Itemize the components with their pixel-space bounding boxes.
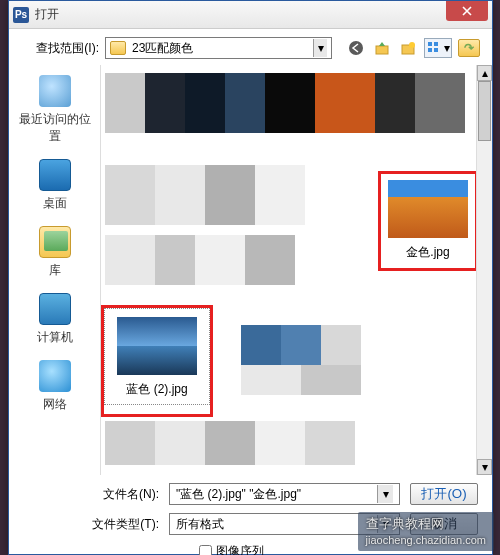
scroll-up-button[interactable]: ▴ — [477, 65, 492, 81]
sidebar-item-library[interactable]: 库 — [9, 220, 100, 287]
library-icon — [39, 226, 71, 258]
window-title: 打开 — [35, 6, 446, 23]
close-button[interactable] — [446, 1, 488, 21]
desktop-icon — [39, 159, 71, 191]
filename-value: "蓝色 (2).jpg" "金色.jpg" — [176, 486, 301, 503]
file-caption: 金色.jpg — [381, 242, 475, 265]
filename-combo[interactable]: "蓝色 (2).jpg" "金色.jpg" ▾ — [169, 483, 400, 505]
sidebar-item-recent[interactable]: 最近访问的位置 — [9, 69, 100, 153]
image-sequence-checkbox[interactable] — [199, 545, 212, 555]
scroll-down-button[interactable]: ▾ — [477, 459, 492, 475]
svg-rect-5 — [434, 42, 438, 46]
lookin-folder: 23匹配颜色 — [132, 40, 313, 57]
jump-button[interactable]: ↷ — [458, 39, 480, 57]
recent-icon — [39, 75, 71, 107]
app-icon: Ps — [13, 7, 29, 23]
open-file-dialog: Ps 打开 查找范围(I): 23匹配颜色 ▾ ▾ ↷ 最近访问的位置 桌面 库… — [8, 0, 493, 555]
lookin-combo[interactable]: 23匹配颜色 ▾ — [105, 37, 332, 59]
lookin-label: 查找范围(I): — [29, 40, 99, 57]
back-button[interactable] — [346, 38, 366, 58]
sidebar-item-network[interactable]: 网络 — [9, 354, 100, 421]
nav-icons: ▾ — [346, 38, 452, 58]
dropdown-arrow[interactable]: ▾ — [313, 39, 327, 57]
sidebar-item-computer[interactable]: 计算机 — [9, 287, 100, 354]
computer-icon — [39, 293, 71, 325]
thumbnail-gold — [388, 180, 468, 238]
thumbnail-blue — [117, 317, 197, 375]
titlebar[interactable]: Ps 打开 — [9, 1, 492, 29]
dialog-body: 最近访问的位置 桌面 库 计算机 网络 — [9, 65, 492, 475]
close-icon — [462, 6, 472, 16]
file-item-gold[interactable]: 金色.jpg — [378, 171, 478, 271]
vertical-scrollbar[interactable]: ▴ ▾ — [476, 65, 492, 475]
sidebar-item-desktop[interactable]: 桌面 — [9, 153, 100, 220]
network-icon — [39, 360, 71, 392]
file-caption: 蓝色 (2).jpg — [107, 379, 207, 402]
svg-point-0 — [349, 41, 363, 55]
scrollbar-thumb[interactable] — [478, 81, 491, 141]
svg-rect-6 — [428, 48, 432, 52]
file-pane[interactable]: 金色.jpg 蓝色 (2).jpg ▴ ▾ — [101, 65, 492, 475]
up-button[interactable] — [372, 38, 392, 58]
svg-rect-7 — [434, 48, 438, 52]
open-button[interactable]: 打开(O) — [410, 483, 478, 505]
filetype-label: 文件类型(T): — [89, 516, 159, 533]
places-sidebar: 最近访问的位置 桌面 库 计算机 网络 — [9, 65, 101, 475]
file-item-blue[interactable]: 蓝色 (2).jpg — [101, 305, 213, 417]
svg-rect-1 — [376, 46, 388, 54]
new-folder-button[interactable] — [398, 38, 418, 58]
view-menu-button[interactable]: ▾ — [424, 38, 452, 58]
dropdown-arrow[interactable]: ▾ — [377, 485, 393, 503]
svg-point-3 — [409, 42, 415, 48]
svg-rect-4 — [428, 42, 432, 46]
filename-label: 文件名(N): — [89, 486, 159, 503]
filetype-value: 所有格式 — [176, 516, 224, 533]
image-sequence-label: 图像序列 — [216, 543, 264, 555]
folder-icon — [110, 41, 126, 55]
lookin-row: 查找范围(I): 23匹配颜色 ▾ ▾ ↷ — [9, 29, 492, 65]
watermark: 查字典教程网 jiaocheng.chazidian.com — [358, 512, 494, 551]
